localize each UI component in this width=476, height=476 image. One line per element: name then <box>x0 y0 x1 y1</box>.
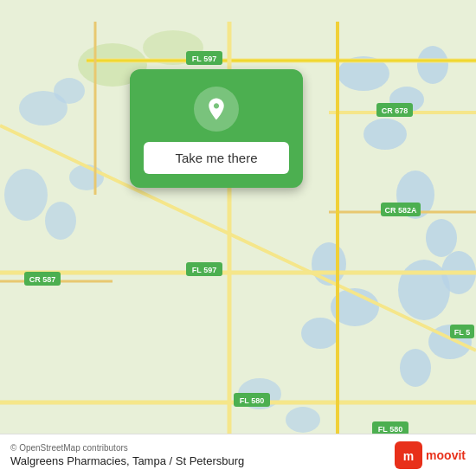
svg-point-13 <box>301 318 339 349</box>
take-me-there-button[interactable]: Take me there <box>144 142 289 174</box>
moovit-text: moovit <box>426 448 466 462</box>
svg-text:FL 5: FL 5 <box>454 328 470 337</box>
svg-text:CR 678: CR 678 <box>382 106 408 115</box>
svg-text:CR 587: CR 587 <box>29 275 56 284</box>
map-container: FL 597 FL 597 FL 580 CR 678 CR 582A CR 5… <box>0 0 476 476</box>
bottom-info: © OpenStreetMap contributors Walgreens P… <box>10 443 244 467</box>
svg-text:FL 597: FL 597 <box>192 55 216 63</box>
svg-point-15 <box>54 78 85 104</box>
svg-text:FL 580: FL 580 <box>378 425 402 434</box>
attribution: © OpenStreetMap contributors <box>10 443 244 453</box>
svg-point-20 <box>286 407 320 433</box>
svg-point-16 <box>4 169 48 221</box>
svg-point-18 <box>69 164 104 190</box>
location-icon-container <box>194 87 239 132</box>
moovit-icon: m <box>395 441 422 469</box>
svg-text:FL 580: FL 580 <box>240 396 264 405</box>
svg-point-6 <box>426 219 457 257</box>
svg-point-3 <box>417 46 448 84</box>
location-pin-icon <box>203 96 229 122</box>
svg-point-17 <box>45 202 76 240</box>
bottom-bar: © OpenStreetMap contributors Walgreens P… <box>0 434 476 476</box>
location-title: Walgreens Pharmacies, Tampa / St Petersb… <box>10 454 244 467</box>
location-card: Take me there <box>130 69 303 188</box>
moovit-logo: m moovit <box>395 441 466 469</box>
svg-point-10 <box>400 349 431 387</box>
svg-text:m: m <box>403 449 414 463</box>
svg-text:CR 582A: CR 582A <box>384 206 417 215</box>
svg-text:FL 597: FL 597 <box>192 266 216 274</box>
svg-point-4 <box>363 119 407 150</box>
